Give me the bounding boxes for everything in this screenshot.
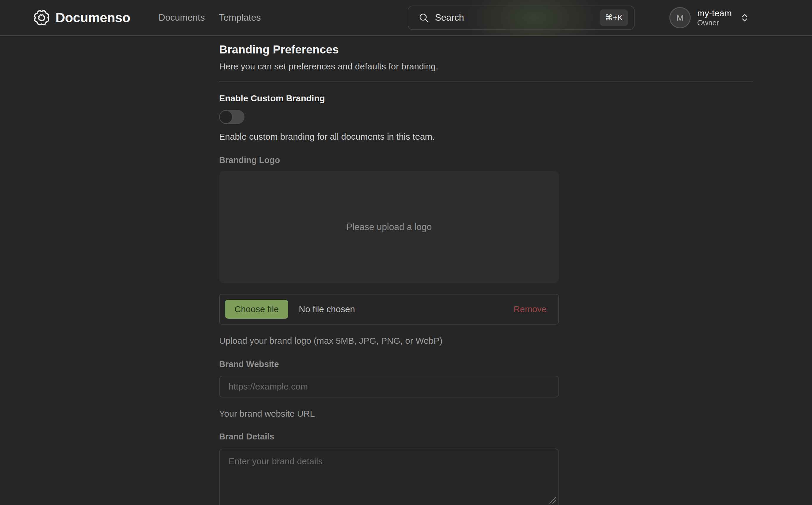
search-box[interactable]: ⌘+K (408, 6, 634, 30)
branding-logo-label: Branding Logo (219, 155, 753, 165)
team-menu-button[interactable]: M my-team Owner (669, 7, 750, 28)
caret-sort-icon (740, 12, 750, 23)
logo-helper-text: Upload your brand logo (max 5MB, JPG, PN… (219, 336, 753, 346)
brand-name: Documenso (55, 10, 130, 25)
search-shortcut-badge: ⌘+K (600, 9, 628, 26)
website-helper-text: Your brand website URL (219, 409, 753, 419)
enable-branding-description: Enable custom branding for all documents… (219, 132, 753, 142)
choose-file-button[interactable]: Choose file (225, 300, 288, 319)
brand-details-textarea[interactable] (219, 449, 559, 505)
search-input[interactable] (429, 6, 599, 29)
logo-upload-dropzone[interactable]: Please upload a logo (219, 171, 559, 283)
team-role: Owner (697, 19, 732, 27)
brand-logo-link[interactable]: Documenso (32, 9, 130, 27)
nav-item-documents[interactable]: Documents (159, 12, 205, 23)
brand-details-field (219, 449, 559, 505)
custom-branding-toggle[interactable] (219, 110, 244, 124)
top-navbar: Documenso Documents Templates ⌘+K M my-t… (0, 0, 812, 36)
section-divider (219, 81, 753, 81)
search-icon (418, 12, 429, 23)
team-name: my-team (697, 8, 732, 19)
toggle-knob (220, 111, 232, 123)
primary-nav: Documents Templates (159, 12, 261, 23)
brand-website-input[interactable] (219, 376, 559, 397)
team-info: my-team Owner (697, 8, 732, 27)
no-file-chosen-text: No file chosen (299, 304, 355, 314)
resize-grip-icon[interactable] (547, 495, 557, 505)
branding-preferences-page: Branding Preferences Here you can set pr… (219, 43, 753, 505)
page-subtitle: Here you can set preferences and default… (219, 61, 753, 71)
brand-website-label: Brand Website (219, 359, 753, 369)
nav-item-templates[interactable]: Templates (219, 12, 261, 23)
team-avatar: M (669, 7, 691, 28)
documenso-logo-icon (32, 9, 51, 27)
app-window: Documenso Documents Templates ⌘+K M my-t… (0, 0, 812, 505)
remove-logo-button[interactable]: Remove (514, 304, 547, 314)
brand-details-label: Brand Details (219, 432, 753, 442)
upload-placeholder-text: Please upload a logo (346, 222, 432, 232)
logo-file-input-row: Choose file No file chosen Remove (219, 294, 559, 325)
enable-branding-label: Enable Custom Branding (219, 93, 753, 103)
page-title: Branding Preferences (219, 43, 753, 56)
